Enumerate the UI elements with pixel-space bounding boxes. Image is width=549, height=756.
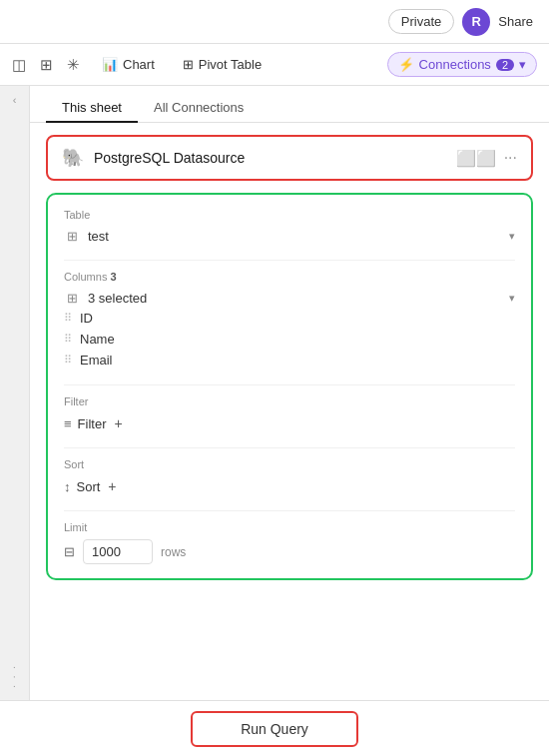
grid-icon[interactable]: ⊞ xyxy=(40,56,53,74)
query-config-card: Table ⊞ test ▾ Columns 3 ⊞ 3 select xyxy=(46,193,533,580)
tabs: This sheet All Connections xyxy=(30,86,549,123)
connections-count: 2 xyxy=(496,59,514,71)
private-button[interactable]: Private xyxy=(388,9,454,34)
content-area: This sheet All Connections 🐘 PostgreSQL … xyxy=(30,86,549,700)
asterisk-icon[interactable]: ✳ xyxy=(67,56,80,74)
top-bar: Private R Share xyxy=(0,0,549,44)
table-section-label: Table xyxy=(64,209,515,221)
columns-icon: ⊞ xyxy=(64,291,80,306)
share-button[interactable]: Share xyxy=(498,14,533,29)
tab-this-sheet[interactable]: This sheet xyxy=(46,94,138,123)
sort-section: Sort ↕ Sort + xyxy=(64,458,515,496)
divider-4 xyxy=(64,510,515,511)
divider-3 xyxy=(64,447,515,448)
sidebar-toggle-icon[interactable]: ◫ xyxy=(12,56,26,74)
datasource-area: 🐘 PostgreSQL Datasource ⬜⬜ ··· Table ⊞ t… xyxy=(30,123,549,700)
divider-2 xyxy=(64,384,515,385)
limit-section-label: Limit xyxy=(64,521,515,533)
column-name-name: Name xyxy=(80,332,115,347)
drag-handle-name[interactable]: ⠿ xyxy=(64,333,72,346)
filter-add-row: ≡ Filter + xyxy=(64,413,515,433)
drag-handle-email[interactable]: ⠿ xyxy=(64,354,72,367)
datasource-actions: ⬜⬜ ··· xyxy=(456,149,517,168)
column-name-id: ID xyxy=(80,311,93,326)
filter-add-button[interactable]: + xyxy=(114,415,122,431)
filter-label: Filter xyxy=(78,416,107,431)
sidebar-dots: · · · xyxy=(9,666,20,690)
chart-button[interactable]: 📊 Chart xyxy=(96,54,161,75)
toolbar-right: ⚡ Connections 2 ▾ xyxy=(387,52,537,77)
tab-all-connections[interactable]: All Connections xyxy=(138,94,260,123)
limit-row: ⊟ rows xyxy=(64,539,515,564)
limit-unit: rows xyxy=(161,545,186,559)
table-row[interactable]: ⊞ test ▾ xyxy=(64,227,515,246)
chart-icon: 📊 xyxy=(102,57,118,72)
sort-add-button[interactable]: + xyxy=(108,478,116,494)
datasource-header-left: 🐘 PostgreSQL Datasource xyxy=(62,147,245,169)
table-icon: ⊞ xyxy=(64,229,80,244)
postgresql-icon: 🐘 xyxy=(62,147,84,169)
datasource-header: 🐘 PostgreSQL Datasource ⬜⬜ ··· xyxy=(46,135,533,181)
sidebar-collapse-icon[interactable]: ‹ xyxy=(13,94,17,106)
toolbar: ◫ ⊞ ✳ 📊 Chart ⊞ Pivot Table ⚡ Connection… xyxy=(0,44,549,86)
limit-icon: ⊟ xyxy=(64,544,75,559)
table-value: test xyxy=(88,229,501,244)
divider-1 xyxy=(64,260,515,261)
columns-section: Columns 3 ⊞ 3 selected ▾ ⠿ ID ⠿ Name xyxy=(64,271,515,371)
lightning-icon: ⚡ xyxy=(398,57,414,72)
filter-section: Filter ≡ Filter + xyxy=(64,395,515,433)
pivot-table-button[interactable]: ⊞ Pivot Table xyxy=(177,54,268,75)
more-options-icon[interactable]: ··· xyxy=(504,149,517,167)
limit-section: Limit ⊟ rows xyxy=(64,521,515,564)
run-query-button[interactable]: Run Query xyxy=(191,711,358,747)
column-name-email: Email xyxy=(80,353,113,368)
columns-selected-row[interactable]: ⊞ 3 selected ▾ xyxy=(64,289,515,308)
sort-icon: ↕ xyxy=(64,479,71,494)
filter-icon: ≡ xyxy=(64,416,72,431)
drag-handle-id[interactable]: ⠿ xyxy=(64,312,72,325)
limit-input[interactable] xyxy=(83,539,153,564)
chart-label: Chart xyxy=(123,57,155,72)
sort-add-row: ↕ Sort + xyxy=(64,476,515,496)
connections-label: Connections xyxy=(419,57,491,72)
column-item-id: ⠿ ID xyxy=(64,308,515,329)
sort-section-label: Sort xyxy=(64,458,515,470)
columns-chevron-icon: ▾ xyxy=(509,292,515,305)
datasource-name: PostgreSQL Datasource xyxy=(94,150,245,166)
table-chevron-icon: ▾ xyxy=(509,230,515,243)
avatar: R xyxy=(462,8,490,36)
columns-count: 3 xyxy=(110,271,116,283)
connections-button[interactable]: ⚡ Connections 2 ▾ xyxy=(387,52,537,77)
columns-selected-label: 3 selected xyxy=(88,291,501,306)
sort-label: Sort xyxy=(77,479,101,494)
columns-section-label: Columns 3 xyxy=(64,271,515,283)
table-section: Table ⊞ test ▾ xyxy=(64,209,515,246)
sidebar-strip: ‹ · · · xyxy=(0,86,30,700)
layout-icon[interactable]: ⬜⬜ xyxy=(456,149,496,168)
top-bar-right: Private R Share xyxy=(388,8,533,36)
chevron-down-icon: ▾ xyxy=(519,57,526,72)
bottom-bar: Run Query xyxy=(0,700,549,756)
column-item-email: ⠿ Email xyxy=(64,350,515,371)
column-item-name: ⠿ Name xyxy=(64,329,515,350)
pivot-icon: ⊞ xyxy=(183,57,194,72)
filter-section-label: Filter xyxy=(64,395,515,407)
pivot-label: Pivot Table xyxy=(199,57,262,72)
main-layout: ‹ · · · This sheet All Connections 🐘 Pos… xyxy=(0,86,549,700)
toolbar-left: ◫ ⊞ ✳ xyxy=(12,56,80,74)
